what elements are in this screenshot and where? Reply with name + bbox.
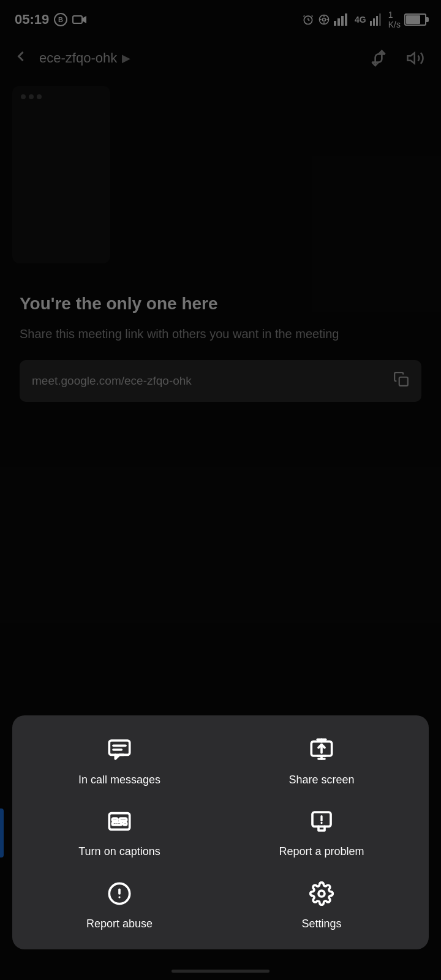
home-bar [172,970,270,973]
network-type: 4G [355,15,366,24]
audio-button[interactable] [402,45,429,72]
ks-text: 1K/s [388,10,401,29]
svg-marker-3 [82,16,86,23]
report-abuse-icon [104,878,135,910]
menu-item-share-screen[interactable]: Share screen [227,734,417,787]
svg-rect-17 [341,16,344,26]
share-screen-icon [306,734,337,766]
signal2-icon [370,13,385,26]
meeting-code-text: ece-zfqo-ohk [39,50,117,66]
time-text: 05:19 [15,12,49,28]
signal-icon [334,13,351,26]
svg-text:B: B [58,16,63,23]
camera-swap-button[interactable] [365,45,392,72]
menu-item-in-call-messages[interactable]: In call messages [24,734,214,787]
settings-icon [306,878,337,910]
svg-rect-25 [109,741,129,755]
svg-point-41 [320,822,322,824]
messages-icon [104,734,135,766]
video-dots [21,94,42,99]
info-title: You're the only one here [20,294,421,314]
menu-label-in-call-messages: In call messages [78,773,160,787]
b-icon: B [54,13,67,26]
svg-point-44 [118,896,120,898]
menu-label-report-abuse: Report abuse [86,917,153,931]
report-problem-icon [306,805,337,837]
meeting-link-text: meet.google.com/ece-zfqo-ohk [32,374,192,388]
menu-item-captions[interactable]: CC Turn on captions [24,805,214,859]
svg-rect-20 [373,18,375,26]
copy-icon[interactable] [393,371,409,391]
menu-grid: In call messages Share screen [24,734,417,931]
bottom-menu: In call messages Share screen [12,715,429,949]
menu-item-settings[interactable]: Settings [227,878,417,931]
svg-point-45 [318,891,325,897]
svg-line-7 [304,15,305,17]
svg-rect-15 [334,21,336,26]
meeting-link-box[interactable]: meet.google.com/ece-zfqo-ohk [20,360,421,402]
video-thumbnail [12,86,110,263]
info-section: You're the only one here Share this meet… [0,270,441,414]
back-button[interactable] [12,48,29,69]
svg-text:CC: CC [112,819,121,826]
svg-rect-16 [337,18,340,26]
svg-rect-24 [399,377,408,386]
svg-point-10 [323,18,326,21]
nav-bar: ece-zfqo-ohk ▶ [0,37,441,80]
svg-rect-22 [379,13,381,26]
svg-line-8 [312,15,313,17]
menu-item-report-abuse[interactable]: Report abuse [24,878,214,931]
info-subtitle: Share this meeting link with others you … [20,325,421,343]
chevron-icon: ▶ [122,51,130,65]
menu-label-settings: Settings [301,917,341,931]
svg-rect-2 [73,16,82,23]
svg-rect-37 [124,823,127,825]
svg-rect-21 [376,16,378,26]
meeting-code: ece-zfqo-ohk ▶ [39,50,355,66]
status-bar: 05:19 B [0,0,441,37]
battery-icon [404,13,426,26]
alarm-icon [302,13,314,26]
status-time: 05:19 B [15,12,87,28]
blue-tab [0,809,4,858]
svg-marker-23 [408,53,415,64]
status-right: 4G 1K/s [302,10,426,29]
svg-rect-19 [370,21,372,26]
video-icon [72,14,87,25]
menu-label-report-problem: Report a problem [279,845,364,859]
menu-label-captions: Turn on captions [78,845,160,859]
menu-item-report-problem[interactable]: Report a problem [227,805,417,859]
menu-label-share-screen: Share screen [288,773,354,787]
svg-rect-18 [345,13,347,26]
location-icon [318,13,330,26]
captions-icon: CC [104,805,135,837]
